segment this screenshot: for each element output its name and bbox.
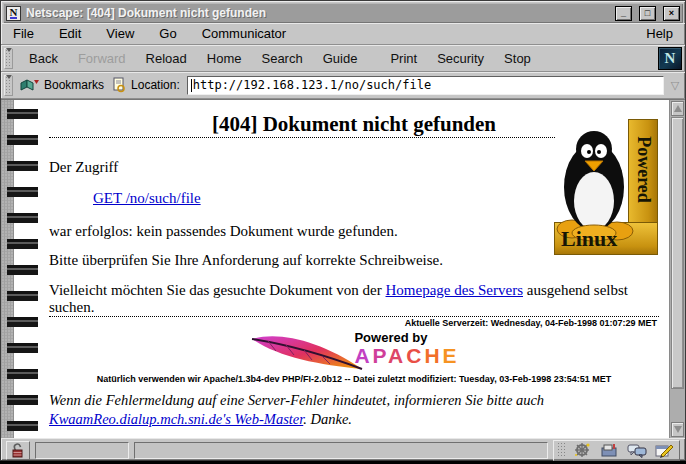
menu-view[interactable]: View <box>106 26 134 41</box>
scrollbar-thumb[interactable] <box>671 117 684 389</box>
linux-badge-linux-text: Linux <box>561 226 617 252</box>
stop-button: Stop <box>494 47 541 70</box>
window-title: Netscape: [404] Dokument nicht gefunden <box>26 6 608 20</box>
search-button[interactable]: Search <box>251 47 312 70</box>
apache-letter: P <box>373 344 388 367</box>
apache-logo: Powered by APACHE <box>49 329 659 373</box>
server-info: Natürlich verwenden wir Apache/1.3b4-dev… <box>49 374 659 384</box>
suggestion-prefix: Vielleicht möchten Sie das gesuchte Doku… <box>49 282 386 298</box>
vertical-scrollbar[interactable] <box>669 100 685 438</box>
apache-letter: C <box>406 344 424 367</box>
suggestion-text: Vielleicht möchten Sie das gesuchte Doku… <box>49 282 659 316</box>
close-button[interactable]: × <box>663 6 680 21</box>
spiral-binding-rings <box>7 109 38 438</box>
netscape-window-icon: N <box>6 6 21 21</box>
open-padlock-icon <box>10 442 26 459</box>
forward-button: Forward <box>68 47 136 70</box>
composer-icon[interactable] <box>652 442 676 459</box>
footer-prefix: Wenn die Fehlermeldung auf eine Server-F… <box>49 392 544 408</box>
url-input[interactable]: http://192.168.123.1/no/such/file <box>187 76 664 95</box>
text-caret <box>191 79 192 92</box>
home-button[interactable]: Home <box>197 47 252 70</box>
webmaster-note: Wenn die Fehlermeldung auf eine Server-F… <box>49 391 634 429</box>
location-bar: Bookmarks Location: http://192.168.123.1… <box>1 72 685 99</box>
toolbar-collapse-handle[interactable] <box>4 48 13 69</box>
location-dropdown-arrow[interactable]: ▽ <box>668 76 682 95</box>
apache-letter: H <box>424 344 442 367</box>
menu-help[interactable]: Help <box>646 26 673 41</box>
navigator-icon[interactable] <box>571 442 595 459</box>
scroll-up-button[interactable] <box>671 101 684 116</box>
guide-button[interactable]: Guide <box>313 47 368 70</box>
component-bar-handle[interactable] <box>557 442 566 458</box>
apache-logo-text: Powered by APACHE <box>354 330 459 368</box>
bookmarks-icon[interactable] <box>19 78 40 93</box>
down-arrow-icon <box>674 426 682 433</box>
maximize-button[interactable]: □ <box>639 6 656 21</box>
up-arrow-icon <box>674 105 682 112</box>
apache-letter: E <box>443 344 460 367</box>
request-link[interactable]: GET /no/such/file <box>93 190 201 206</box>
divider-bottom <box>49 316 659 317</box>
back-button[interactable]: Back <box>19 47 68 70</box>
server-time: Aktuelle Serverzeit: Wednesday, 04-Feb-1… <box>49 318 657 328</box>
reload-button[interactable]: Reload <box>136 47 197 70</box>
title-bar: N Netscape: [404] Dokument nicht gefunde… <box>3 3 683 23</box>
progress-panel <box>35 442 129 459</box>
browser-window: N Netscape: [404] Dokument nicht gefunde… <box>0 0 686 461</box>
webmaster-link[interactable]: KwaamReo.dialup.mch.sni.de's Web-Master <box>49 411 303 427</box>
print-button[interactable]: Print <box>380 47 427 70</box>
locationbar-collapse-handle[interactable] <box>4 75 13 96</box>
menu-bar: File Edit View Go Communicator Help <box>1 23 685 45</box>
security-button[interactable]: Security <box>427 47 494 70</box>
navigation-toolbar: Back Forward Reload Home Search Guide Pr… <box>1 45 685 72</box>
netscape-logo[interactable]: N <box>658 47 682 70</box>
url-text: http://192.168.123.1/no/such/file <box>193 78 431 92</box>
scroll-down-button[interactable] <box>671 422 684 437</box>
bookmarks-label[interactable]: Bookmarks <box>44 78 104 92</box>
status-message-panel <box>134 442 548 459</box>
divider-top <box>49 137 555 138</box>
apache-letter: A <box>354 344 372 367</box>
apache-word: APACHE <box>354 344 459 368</box>
minimize-button[interactable]: _ <box>615 6 632 21</box>
menu-file[interactable]: File <box>13 26 34 41</box>
security-lock-button[interactable] <box>6 441 30 460</box>
location-label: Location: <box>131 78 180 92</box>
location-page-icon[interactable] <box>111 77 127 93</box>
menu-edit[interactable]: Edit <box>59 26 81 41</box>
status-bar <box>1 438 685 462</box>
linux-badge-powered-text: Powered <box>633 130 654 210</box>
menu-go[interactable]: Go <box>159 26 176 41</box>
discussions-icon[interactable] <box>625 442 649 459</box>
page-viewport: [404] Dokument nicht gefunden Powered <box>1 99 685 438</box>
component-bar <box>553 440 680 461</box>
menu-communicator[interactable]: Communicator <box>202 26 287 41</box>
apache-feather-icon <box>248 329 368 373</box>
powered-by-text: Powered by <box>354 330 459 345</box>
document-body: [404] Dokument nicht gefunden Powered <box>1 112 685 438</box>
linux-powered-logo: Powered Linux <box>554 119 658 255</box>
homepage-link[interactable]: Homepage des Servers <box>386 282 523 298</box>
mailbox-icon[interactable] <box>598 442 622 459</box>
apache-letter: A <box>388 344 406 367</box>
footer-suffix: . Danke. <box>303 411 352 427</box>
